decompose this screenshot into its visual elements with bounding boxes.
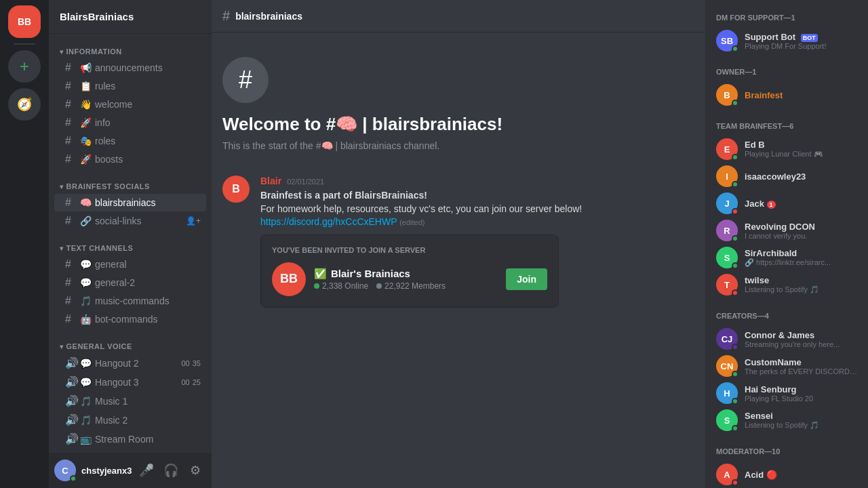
message-content: Blair 02/01/2021 Brainfest is a part of … xyxy=(260,176,694,308)
member-avatar-customname: CN xyxy=(716,355,738,377)
vc-count-hangout-2: 0035 xyxy=(182,359,201,367)
channel-group-header-text[interactable]: TEXT CHANNELS xyxy=(49,241,212,255)
deafen-button[interactable]: 🎧 xyxy=(160,460,182,481)
channel-item-music-2[interactable]: 🔊 🎵 Music 2 xyxy=(54,411,206,429)
mute-button[interactable]: 🎤 xyxy=(136,460,157,481)
member-name-jack: Jack 1 xyxy=(745,199,857,209)
member-group-header-team: TEAM BRAINFEST—6 xyxy=(711,119,863,133)
channel-item-social-links[interactable]: # 🔗 social-links 👤+ xyxy=(54,212,206,230)
member-status-indicator xyxy=(732,289,738,296)
channel-group-header-voice[interactable]: GENERAL VOICE xyxy=(49,340,212,353)
member-item-acid[interactable]: A Acid 🔴 xyxy=(711,461,863,488)
member-status-indicator xyxy=(732,371,738,378)
channel-item-music-commands[interactable]: # 🎵 music-commands xyxy=(54,292,206,310)
server-divider xyxy=(14,43,35,45)
channel-name-hangout-2: Hangout 2 xyxy=(95,358,179,369)
member-avatar-revolving-dcon: R xyxy=(716,220,738,241)
channel-item-hangout-2[interactable]: 🔊 💬 Hangout 2 0035 xyxy=(54,354,206,372)
channel-item-stream-room[interactable]: 🔊 📺 Stream Room xyxy=(54,430,206,448)
member-name-hai-senburg: Hai Senburg xyxy=(745,384,857,394)
discover-button[interactable]: 🧭 xyxy=(8,88,41,121)
member-avatar-sensei: S xyxy=(716,409,738,431)
channel-item-boosts[interactable]: # 🚀 boosts xyxy=(54,150,206,168)
channel-item-general[interactable]: # 💬 general xyxy=(54,256,206,273)
member-item-sensei[interactable]: S Sensei Listening to Spotify 🎵 xyxy=(711,407,863,434)
hash-icon: # xyxy=(65,197,77,209)
add-members-icon: 👤+ xyxy=(186,216,201,226)
welcome-section: # Welcome to #🧠 | blairsbrainiacs! This … xyxy=(222,43,694,165)
member-item-connor-james[interactable]: CJ Connor & James Streaming you're only … xyxy=(711,325,863,352)
member-status-indicator xyxy=(732,235,738,242)
member-info-sirarchibald: SirArchibald 🔗 https://linktr.ee/sirarc.… xyxy=(745,248,857,267)
member-item-hai-senburg[interactable]: H Hai Senburg Playing FL Studio 20 xyxy=(711,380,863,407)
server-name[interactable]: BlairsBrainiacs xyxy=(49,0,212,34)
member-item-revolving-dcon[interactable]: R Revolving DCON I cannot verify you. xyxy=(711,217,863,244)
member-name-sensei: Sensei xyxy=(745,411,857,421)
channel-item-roles[interactable]: # 🎭 roles xyxy=(54,132,206,150)
vc-count-hangout-3: 0025 xyxy=(182,378,201,386)
channel-name-rules: rules xyxy=(95,81,201,92)
channel-name-welcome: welcome xyxy=(95,99,201,110)
member-info-support-bot: Support Bot BOT Playing DM For Support! xyxy=(745,32,857,50)
channel-emoji-bot-commands: 🤖 xyxy=(80,314,92,325)
member-item-jack[interactable]: J Jack 1 xyxy=(711,190,863,217)
member-avatar-acid: A xyxy=(716,464,738,485)
channel-item-rules[interactable]: # 📋 rules xyxy=(54,77,206,95)
member-status-customname: The perks of EVERY DISCORD ... xyxy=(745,367,857,375)
member-item-sirarchibald[interactable]: S SirArchibald 🔗 https://linktr.ee/sirar… xyxy=(711,244,863,271)
message-list: B Blair 02/01/2021 Brainfest is a part o… xyxy=(222,176,694,477)
voice-icon: 🔊 xyxy=(65,432,77,445)
message-link[interactable]: https://discord.gg/hxCcCxEHWP xyxy=(260,216,397,227)
member-item-ed-b[interactable]: E Ed B Playing Lunar Client 🎮 xyxy=(711,136,863,163)
member-name-revolving-dcon: Revolving DCON xyxy=(745,222,857,232)
member-group-header-creators: CREATORS—4 xyxy=(711,309,863,323)
welcome-title: Welcome to #🧠 | blairsbrainiacs! xyxy=(222,114,502,135)
user-area-info: chstyjeanx3 xyxy=(81,466,130,476)
channel-group-text: TEXT CHANNELS # 💬 general # 💬 general-2 … xyxy=(49,241,212,329)
channel-group-header-socials[interactable]: BRAINFEST SOCIALS xyxy=(49,180,212,193)
member-info-hai-senburg: Hai Senburg Playing FL Studio 20 xyxy=(745,384,857,403)
channel-emoji-info: 🚀 xyxy=(80,117,92,128)
settings-button[interactable]: ⚙ xyxy=(184,460,206,481)
member-avatar-support-bot: SB xyxy=(716,30,738,52)
member-info-jack: Jack 1 xyxy=(745,199,857,209)
channel-item-hangout-3[interactable]: 🔊 💬 Hangout 3 0025 xyxy=(54,373,206,391)
join-server-button[interactable]: Join xyxy=(506,268,547,290)
channel-name-music-commands: music-commands xyxy=(95,296,201,306)
member-avatar-connor-james: CJ xyxy=(716,328,738,350)
channel-item-general-2[interactable]: # 💬 general-2 xyxy=(54,274,206,291)
hash-icon: # xyxy=(65,98,77,110)
member-item-brainfest[interactable]: B Brainfest xyxy=(711,81,863,108)
member-group-team: TEAM BRAINFEST—6 E Ed B Playing Lunar Cl… xyxy=(711,119,863,298)
user-area-actions: 🎤 🎧 ⚙ xyxy=(136,460,206,481)
member-item-isaaccowley[interactable]: I isaaccowley23 xyxy=(711,163,863,190)
member-item-customname[interactable]: CN CustomName The perks of EVERY DISCORD… xyxy=(711,352,863,380)
channel-group-header-information[interactable]: INFORMATION xyxy=(49,45,212,58)
message-author: Blair xyxy=(260,176,281,186)
member-item-twilse[interactable]: T twilse Listening to Spotify 🎵 xyxy=(711,271,863,298)
hash-icon: # xyxy=(65,295,77,307)
channel-group-voice: GENERAL VOICE 🔊 💬 Hangout 2 0035 🔊 💬 Han… xyxy=(49,340,212,449)
hash-icon: # xyxy=(65,153,77,165)
member-name-connor-james: Connor & James xyxy=(745,330,857,340)
invite-server-name: ✅ Blair's Brainiacs xyxy=(314,268,498,280)
dnd-badge: 1 xyxy=(767,201,776,209)
add-server-button[interactable]: + xyxy=(8,50,41,83)
channel-item-info[interactable]: # 🚀 info xyxy=(54,114,206,131)
channel-name-general-2: general-2 xyxy=(95,277,201,288)
member-status-connor-james: Streaming you're only here... xyxy=(745,340,857,348)
channel-item-welcome[interactable]: # 👋 welcome xyxy=(54,96,206,113)
channel-item-announcements[interactable]: # 📢 announcements xyxy=(54,59,206,77)
channel-item-bot-commands[interactable]: # 🤖 bot-commands xyxy=(54,310,206,328)
verified-icon: ✅ xyxy=(314,268,327,280)
member-item-support-bot[interactable]: SB Support Bot BOT Playing DM For Suppor… xyxy=(711,27,863,54)
current-user-avatar: C xyxy=(54,460,76,481)
channel-header: # blairsbrainiacs xyxy=(212,0,705,33)
channel-emoji-welcome: 👋 xyxy=(80,99,92,110)
hash-icon: # xyxy=(65,62,77,74)
channel-emoji-music-commands: 🎵 xyxy=(80,296,92,306)
member-group-creators: CREATORS—4 CJ Connor & James Streaming y… xyxy=(711,309,863,434)
server-icon-blairsbrainiacs[interactable]: BB xyxy=(8,5,41,38)
channel-item-blairsbrainiacs[interactable]: # 🧠 blairsbrainiacs xyxy=(54,194,206,211)
channel-item-music-1[interactable]: 🔊 🎵 Music 1 xyxy=(54,392,206,410)
